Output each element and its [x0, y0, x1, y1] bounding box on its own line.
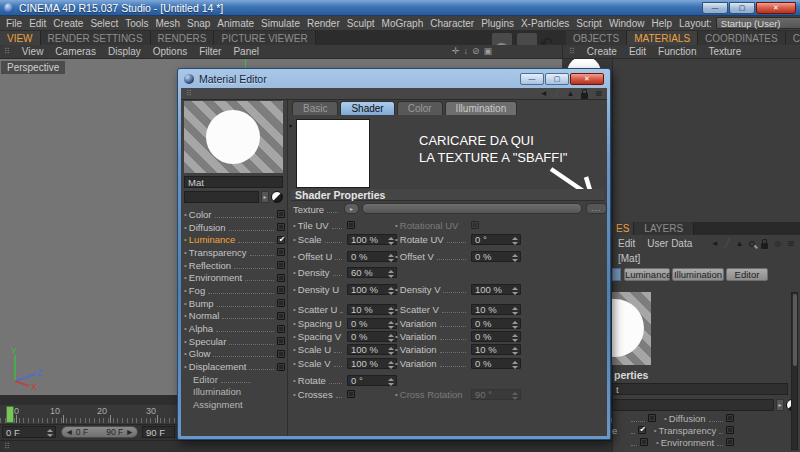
- rotate-view-icon[interactable]: ⊘: [472, 46, 480, 56]
- channel-displacement[interactable]: •Displacement: [184, 360, 285, 373]
- spacing-v-field[interactable]: 0 %: [347, 331, 397, 342]
- frame-range-slider[interactable]: ◄ 0 F 90 F ►: [61, 426, 138, 438]
- menu-mograph[interactable]: MoGraph: [382, 18, 424, 29]
- toggle-view-icon[interactable]: ▣: [484, 46, 493, 56]
- mat-menu-edit[interactable]: Edit: [629, 46, 646, 57]
- checkbox[interactable]: [726, 414, 734, 422]
- scatter-u-field[interactable]: 10 %: [347, 304, 397, 315]
- menu-simulate[interactable]: Simulate: [261, 18, 300, 29]
- menu-mesh[interactable]: Mesh: [156, 18, 180, 29]
- grid-icon[interactable]: ⠿: [186, 89, 192, 98]
- end-frame-field[interactable]: 90 F: [142, 426, 175, 438]
- menu-animate[interactable]: Animate: [217, 18, 254, 29]
- current-frame-field[interactable]: 0 F: [2, 426, 56, 438]
- menu-help[interactable]: Help: [651, 18, 672, 29]
- vp-menu-filter[interactable]: Filter: [199, 46, 221, 57]
- checkbox[interactable]: [640, 438, 648, 446]
- checkbox[interactable]: [277, 248, 285, 256]
- layout-dropdown[interactable]: Startup (User) ▾: [716, 17, 800, 29]
- mode-button-editor[interactable]: Editor: [726, 268, 768, 281]
- tab-attributes-fragment[interactable]: ES: [612, 222, 633, 235]
- mat-menu-texture[interactable]: Texture: [708, 46, 741, 57]
- tab-layers[interactable]: LAYERS: [633, 222, 694, 235]
- new-panel-icon[interactable]: ⊞: [787, 239, 794, 248]
- scale-field[interactable]: 100 %: [347, 234, 397, 245]
- rotate-field[interactable]: 0 °: [347, 375, 397, 386]
- mode-button-fragment[interactable]: [612, 268, 621, 281]
- rotate-uv-field[interactable]: 0 °: [471, 234, 521, 245]
- menu-tools[interactable]: Tools: [125, 18, 148, 29]
- checkbox[interactable]: [277, 286, 285, 294]
- channel-luminance[interactable]: •Luminance✔: [184, 233, 285, 246]
- checkbox[interactable]: [726, 438, 734, 446]
- checkbox[interactable]: [277, 274, 285, 282]
- menu-select[interactable]: Select: [90, 18, 118, 29]
- menu-snap[interactable]: Snap: [187, 18, 210, 29]
- checkbox[interactable]: [277, 363, 285, 371]
- density-field[interactable]: 60 %: [347, 267, 397, 278]
- checkbox[interactable]: [277, 325, 285, 333]
- checkbox[interactable]: [277, 312, 285, 320]
- channel-diffusion[interactable]: •Diffusion: [184, 221, 285, 234]
- back-icon[interactable]: ◄: [711, 239, 719, 248]
- up-icon[interactable]: ▲: [735, 239, 743, 248]
- channel-transparency[interactable]: •Transparency: [184, 246, 285, 259]
- checkbox[interactable]: [648, 414, 656, 422]
- vp-menu-view[interactable]: View: [22, 46, 44, 57]
- material-thumbnail[interactable]: [562, 59, 612, 68]
- channel-normal[interactable]: •Normal: [184, 310, 285, 323]
- checkbox[interactable]: ✔: [638, 426, 646, 434]
- material-preview[interactable]: [612, 292, 651, 365]
- page-editor[interactable]: Editor: [184, 373, 285, 386]
- density-u-field[interactable]: 100 %: [347, 284, 397, 295]
- menu-xparticles[interactable]: X-Particles: [521, 18, 569, 29]
- channel-alpha[interactable]: •Alpha: [184, 322, 285, 335]
- checkbox[interactable]: [277, 299, 285, 307]
- channel-environment[interactable]: •Environment: [184, 271, 285, 284]
- variation-field[interactable]: 0 %: [471, 331, 521, 342]
- checkbox[interactable]: ✔: [277, 236, 285, 244]
- grid-icon[interactable]: ⠿: [569, 47, 575, 56]
- menu-sculpt[interactable]: Sculpt: [347, 18, 375, 29]
- density-v-field[interactable]: 100 %: [471, 284, 521, 295]
- shader-link-field[interactable]: [612, 399, 774, 411]
- tab-objects[interactable]: OBJECTS: [566, 31, 627, 45]
- shader-link-field[interactable]: [184, 191, 259, 203]
- menu-create[interactable]: Create: [53, 18, 83, 29]
- minimize-button[interactable]: —: [702, 2, 728, 14]
- maximize-button[interactable]: ▢: [545, 73, 569, 85]
- grid-icon[interactable]: ⠿: [4, 47, 10, 56]
- tab-picture-viewer[interactable]: PICTURE VIEWER: [214, 31, 315, 45]
- tab-materials[interactable]: MATERIALS: [627, 31, 698, 45]
- mode-button-illumination[interactable]: Illumination: [672, 268, 724, 281]
- offset-v-field[interactable]: 0 %: [471, 251, 521, 262]
- maximize-button[interactable]: ▢: [729, 2, 755, 14]
- menu-character[interactable]: Character: [430, 18, 474, 29]
- material-editor-titlebar[interactable]: Material Editor — ▢ ✕: [178, 69, 610, 88]
- checkbox[interactable]: [277, 223, 285, 231]
- target-icon[interactable]: ◎: [774, 239, 781, 248]
- tab-view[interactable]: VIEW: [0, 31, 41, 45]
- menu-edit[interactable]: Edit: [29, 18, 46, 29]
- crosses-checkbox[interactable]: [347, 390, 355, 398]
- channel-fog[interactable]: •Fog: [184, 284, 285, 297]
- vp-menu-display[interactable]: Display: [108, 46, 141, 57]
- material-name-field[interactable]: t: [612, 383, 788, 395]
- tab-cb[interactable]: CB: [786, 31, 800, 45]
- lock-icon[interactable]: [761, 243, 768, 249]
- vp-menu-panel[interactable]: Panel: [233, 46, 259, 57]
- material-editor-window[interactable]: Material Editor — ▢ ✕ ⠿ ◄ ╱ ▲ ⊞: [177, 68, 611, 440]
- channel-color[interactable]: •Color: [184, 208, 285, 221]
- minimize-button[interactable]: —: [520, 73, 544, 85]
- menu-file[interactable]: File: [6, 18, 22, 29]
- spacing-u-field[interactable]: 0 %: [347, 318, 397, 329]
- close-button[interactable]: ✕: [756, 2, 796, 14]
- scale-u-field[interactable]: 100 %: [347, 344, 397, 355]
- checkbox[interactable]: [277, 261, 285, 269]
- vp-menu-options[interactable]: Options: [153, 46, 187, 57]
- page-illumination[interactable]: Illumination: [184, 386, 285, 399]
- tab-coordinates[interactable]: COORDINATES: [698, 31, 786, 45]
- page-assignment[interactable]: Assignment: [184, 398, 285, 411]
- tab-renders[interactable]: RENDERS: [151, 31, 215, 45]
- attr-menu-userdata[interactable]: User Data: [647, 238, 692, 249]
